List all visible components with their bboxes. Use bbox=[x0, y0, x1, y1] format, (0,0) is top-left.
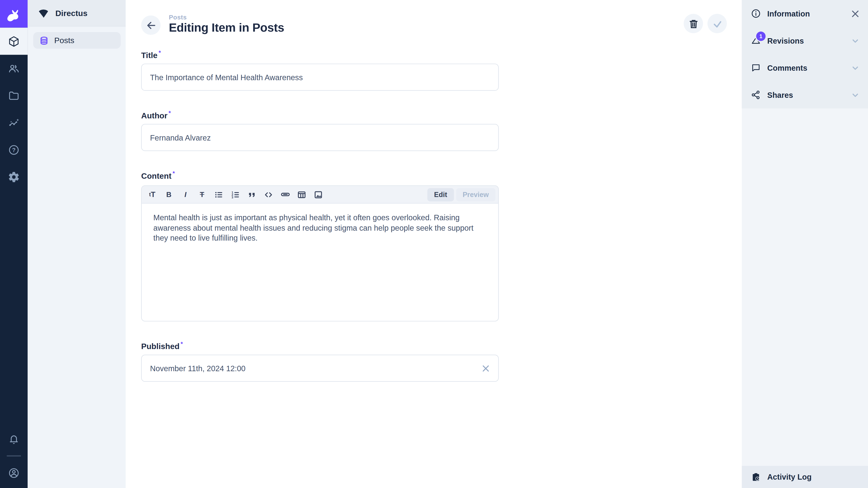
trash-icon bbox=[688, 19, 698, 29]
sidebar-section-label: Revisions bbox=[767, 36, 804, 45]
tab-preview[interactable]: Preview bbox=[456, 188, 495, 201]
numbered-list-icon: 123 bbox=[231, 190, 240, 199]
page-title: Editing Item in Posts bbox=[169, 21, 284, 35]
title-block: Posts Editing Item in Posts bbox=[169, 14, 284, 35]
right-sidebar: Information 1 Revisions bbox=[742, 0, 868, 488]
page-header: Posts Editing Item in Posts bbox=[126, 0, 742, 35]
bullet-list-icon bbox=[214, 190, 223, 199]
module-settings[interactable] bbox=[0, 163, 28, 190]
chevron-down-icon bbox=[851, 63, 860, 72]
title-label: Title* bbox=[141, 51, 161, 60]
required-mark: * bbox=[181, 340, 183, 347]
item-form: Title* Author* Content* tT B I T bbox=[141, 49, 499, 382]
table-button[interactable] bbox=[295, 188, 308, 201]
markdown-editor: tT B I T 123 bbox=[141, 185, 499, 321]
required-mark: * bbox=[168, 109, 171, 116]
field-content: Content* tT B I T bbox=[141, 170, 499, 322]
strikethrough-icon: T bbox=[200, 191, 204, 198]
chevron-down-icon bbox=[851, 90, 860, 99]
module-content[interactable] bbox=[0, 28, 28, 55]
close-sidebar-button[interactable] bbox=[851, 9, 860, 18]
sidebar-section-label: Shares bbox=[767, 90, 793, 99]
directus-app: ? bbox=[0, 0, 868, 488]
close-icon bbox=[482, 364, 490, 372]
expand-revisions-button[interactable] bbox=[851, 36, 860, 45]
blockquote-button[interactable] bbox=[245, 188, 258, 201]
project-name: Directus bbox=[55, 8, 88, 18]
image-icon bbox=[314, 190, 323, 199]
author-input[interactable] bbox=[141, 124, 499, 151]
required-mark: * bbox=[159, 49, 161, 56]
help-icon: ? bbox=[8, 144, 20, 156]
sidebar-section-label: Information bbox=[767, 9, 810, 18]
share-icon bbox=[751, 90, 761, 100]
nav-item-label: Posts bbox=[54, 36, 74, 45]
header-actions bbox=[684, 14, 727, 33]
chevron-down-icon bbox=[851, 36, 860, 45]
expand-shares-button[interactable] bbox=[851, 90, 860, 99]
title-input[interactable] bbox=[141, 64, 499, 91]
editor-tabs: Edit Preview bbox=[428, 188, 495, 201]
revisions-icon-wrap: 1 bbox=[751, 35, 761, 46]
activity-log-icon bbox=[751, 472, 761, 482]
notifications-button[interactable] bbox=[0, 426, 28, 453]
bell-icon bbox=[8, 433, 20, 446]
required-mark: * bbox=[173, 170, 175, 176]
info-icon bbox=[751, 8, 761, 19]
table-icon bbox=[297, 190, 306, 199]
account-button[interactable] bbox=[0, 459, 28, 486]
tab-edit[interactable]: Edit bbox=[428, 188, 454, 201]
module-insights[interactable] bbox=[0, 109, 28, 136]
content-label: Content* bbox=[141, 171, 175, 180]
svg-text:?: ? bbox=[12, 147, 16, 153]
link-icon bbox=[280, 190, 290, 199]
published-input[interactable] bbox=[141, 355, 499, 382]
expand-comments-button[interactable] bbox=[851, 63, 860, 72]
project-bar[interactable]: Directus bbox=[28, 0, 125, 27]
content-textarea[interactable]: Mental health is just as important as ph… bbox=[142, 203, 498, 321]
module-bar: ? bbox=[0, 0, 28, 488]
save-button[interactable] bbox=[708, 14, 727, 33]
database-icon bbox=[39, 35, 49, 46]
field-author: Author* bbox=[141, 109, 499, 151]
link-button[interactable] bbox=[278, 188, 292, 201]
blockquote-icon bbox=[248, 190, 256, 199]
code-icon bbox=[264, 190, 273, 199]
bullet-list-button[interactable] bbox=[212, 188, 225, 201]
sidebar-item-posts[interactable]: Posts bbox=[33, 32, 121, 48]
image-button[interactable] bbox=[312, 188, 325, 201]
sidebar-section-comments[interactable]: Comments bbox=[742, 54, 868, 81]
directus-rabbit-logo[interactable] bbox=[0, 0, 28, 28]
activity-log-label: Activity Log bbox=[767, 473, 811, 481]
numbered-list-button[interactable]: 123 bbox=[228, 188, 242, 201]
revisions-count-badge: 1 bbox=[756, 32, 766, 41]
settings-icon bbox=[8, 171, 20, 183]
module-user-directory[interactable] bbox=[0, 55, 28, 82]
delete-button[interactable] bbox=[684, 14, 703, 33]
comment-icon bbox=[751, 63, 761, 73]
strikethrough-button[interactable]: T bbox=[195, 188, 209, 201]
back-button[interactable] bbox=[141, 15, 160, 35]
format-size-button[interactable]: tT bbox=[146, 188, 159, 201]
activity-log-button[interactable]: Activity Log bbox=[742, 466, 868, 488]
bold-button[interactable]: B bbox=[162, 188, 176, 201]
sidebar-section-information[interactable]: Information bbox=[742, 0, 868, 27]
box-icon bbox=[8, 35, 20, 47]
published-label: Published* bbox=[141, 342, 183, 351]
field-published: Published* bbox=[141, 340, 499, 382]
italic-icon: I bbox=[184, 191, 186, 198]
breadcrumb[interactable]: Posts bbox=[169, 14, 284, 20]
field-title: Title* bbox=[141, 49, 499, 91]
project-fan-icon bbox=[38, 7, 49, 19]
code-button[interactable] bbox=[262, 188, 275, 201]
arrow-left-icon bbox=[145, 20, 156, 31]
module-help[interactable]: ? bbox=[0, 136, 28, 163]
italic-button[interactable]: I bbox=[179, 188, 192, 201]
svg-text:3: 3 bbox=[231, 195, 233, 199]
sidebar-section-revisions[interactable]: 1 Revisions bbox=[742, 27, 868, 54]
clear-published-button[interactable] bbox=[482, 364, 490, 372]
sidebar-section-shares[interactable]: Shares bbox=[742, 81, 868, 108]
check-icon bbox=[712, 18, 723, 29]
rabbit-icon bbox=[5, 5, 22, 22]
module-file-library[interactable] bbox=[0, 82, 28, 109]
